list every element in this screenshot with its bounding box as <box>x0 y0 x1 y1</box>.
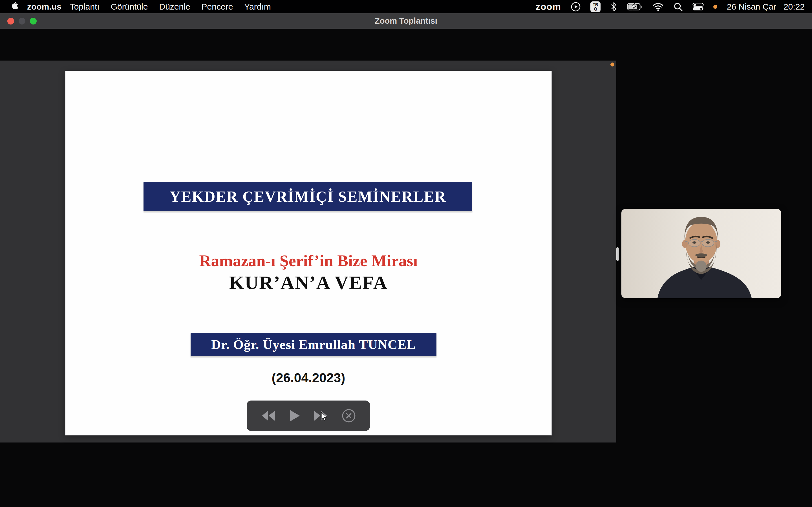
menu-bar: zoom.us Toplantı Görüntüle Düzenle Pence… <box>0 0 812 13</box>
playback-controls <box>247 400 370 431</box>
apple-menu-icon[interactable] <box>8 2 20 12</box>
screen: zoom.us Toplantı Görüntüle Düzenle Pence… <box>0 0 812 507</box>
participant-video[interactable] <box>621 209 781 298</box>
bluetooth-icon[interactable] <box>610 2 617 12</box>
input-source-label-top: TR <box>593 3 598 7</box>
slide-main-title: KUR’AN’A VEFA <box>65 272 552 294</box>
annotation-indicator-dot <box>610 62 614 66</box>
slide-top-banner: YEKDER ÇEVRİMİÇİ SEMİNERLER <box>144 182 472 211</box>
input-source-label-bottom: Q <box>594 7 597 11</box>
search-icon[interactable] <box>673 2 683 11</box>
video-panel-drag-handle[interactable] <box>616 247 619 261</box>
presentation-slide: YEKDER ÇEVRİMİÇİ SEMİNERLER Ramazan-ı Şe… <box>65 71 552 435</box>
menu-item-goruntule[interactable]: Görüntüle <box>105 2 154 11</box>
zoom-status-logo[interactable]: zoom <box>536 1 561 12</box>
play-status-icon[interactable] <box>571 2 581 12</box>
window-title-bar: Zoom Toplantısı <box>0 13 812 29</box>
menu-bar-date[interactable]: 26 Nisan Çar <box>727 2 776 11</box>
close-controls-button[interactable] <box>342 409 356 423</box>
input-source-icon[interactable]: TR Q <box>591 1 601 12</box>
menu-app-name[interactable]: zoom.us <box>27 2 61 11</box>
mic-in-use-indicator <box>713 5 717 9</box>
menu-bar-left: zoom.us Toplantı Görüntüle Düzenle Pence… <box>0 2 276 12</box>
slide-subtitle-red: Ramazan-ı Şerif’in Bize Mirası <box>65 251 552 270</box>
slide-date: (26.04.2023) <box>65 370 552 385</box>
menu-item-toplanti[interactable]: Toplantı <box>64 2 105 11</box>
wifi-icon[interactable] <box>652 2 664 11</box>
mouse-cursor <box>321 412 327 421</box>
menu-item-duzenle[interactable]: Düzenle <box>154 2 196 11</box>
window-title: Zoom Toplantısı <box>0 13 812 29</box>
control-center-icon[interactable] <box>693 3 704 11</box>
rewind-button[interactable] <box>261 409 275 422</box>
battery-charging-icon[interactable] <box>627 2 643 12</box>
menu-item-pencere[interactable]: Pencere <box>196 2 239 11</box>
screen-share-area: YEKDER ÇEVRİMİÇİ SEMİNERLER Ramazan-ı Şe… <box>0 61 616 443</box>
menu-item-yardim[interactable]: Yardım <box>239 2 276 11</box>
menu-bar-time[interactable]: 20:22 <box>783 2 805 11</box>
slide-speaker-banner: Dr. Öğr. Üyesi Emrullah TUNCEL <box>191 333 437 356</box>
participant-portrait <box>621 209 781 298</box>
play-button[interactable] <box>289 409 300 422</box>
menu-bar-status: zoom TR Q <box>536 1 812 12</box>
